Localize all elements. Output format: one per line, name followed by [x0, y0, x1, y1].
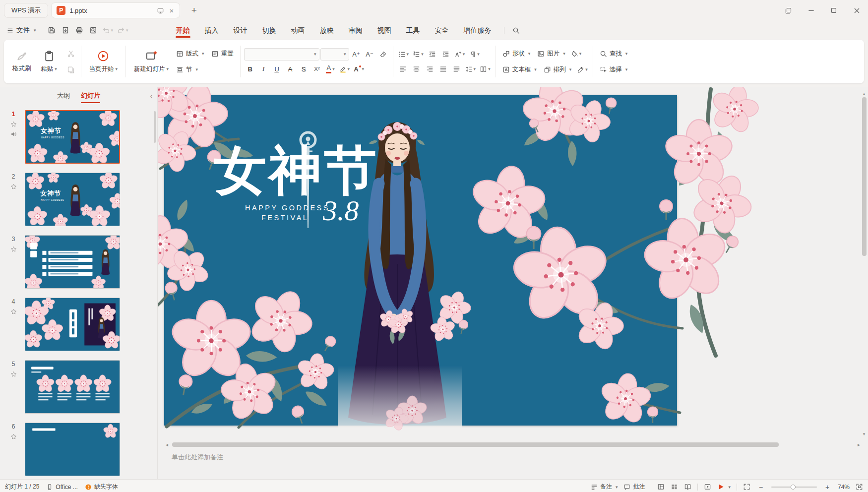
tab-outline[interactable]: 大纲: [57, 87, 70, 104]
view-normal-button[interactable]: [657, 483, 665, 491]
section-button[interactable]: 节▾: [173, 63, 201, 76]
bold-button[interactable]: B: [244, 63, 256, 75]
app-tab[interactable]: WPS 演示: [4, 3, 48, 18]
window-manage-button[interactable]: [777, 0, 800, 21]
new-slide-button[interactable]: 新建幻灯片▾: [129, 49, 173, 75]
sidebar-scrollbar[interactable]: [154, 111, 156, 143]
highlight-button[interactable]: ▾: [338, 63, 352, 75]
font-size-select[interactable]: ▾: [320, 48, 349, 61]
text-effects-button[interactable]: A▾: [352, 63, 366, 75]
redo-button[interactable]: ▾: [116, 24, 130, 37]
scroll-left-icon[interactable]: ◂: [166, 442, 168, 447]
tab-transitions[interactable]: 切换: [255, 21, 284, 40]
fit-slide-button[interactable]: [743, 483, 750, 491]
align-left-button[interactable]: [397, 63, 409, 75]
distribute-button[interactable]: [450, 63, 463, 75]
star-icon[interactable]: [10, 308, 17, 315]
tab-review[interactable]: 审阅: [341, 21, 370, 40]
export-pdf-button[interactable]: [59, 24, 72, 37]
tab-animations[interactable]: 动画: [284, 21, 312, 40]
fullscreen-button[interactable]: [856, 483, 863, 491]
zoom-in-button[interactable]: +: [823, 483, 832, 491]
star-icon[interactable]: [10, 433, 17, 440]
line-spacing-button[interactable]: ▾: [464, 63, 478, 75]
columns-button[interactable]: ▾: [478, 63, 492, 75]
copy-button[interactable]: [65, 63, 77, 76]
missing-fonts-warning[interactable]: 缺失字体: [85, 483, 118, 491]
tab-home[interactable]: 开始: [169, 21, 197, 40]
tab-slides[interactable]: 幻灯片: [81, 87, 100, 104]
slide-thumbnail-6[interactable]: 6: [0, 423, 157, 476]
save-button[interactable]: [45, 24, 58, 37]
file-menu-button[interactable]: 文件 ▾: [7, 26, 36, 35]
slideshow-play-button[interactable]: ▾: [717, 483, 731, 491]
paste-button[interactable]: 粘贴▾: [36, 49, 62, 75]
tab-slideshow[interactable]: 放映: [312, 21, 341, 40]
scroll-right-icon[interactable]: ▸: [858, 442, 860, 447]
text-shadow-button[interactable]: S: [298, 63, 310, 75]
underline-button[interactable]: U: [271, 63, 283, 75]
cut-button[interactable]: [65, 47, 77, 60]
print-preview-button[interactable]: [87, 24, 100, 37]
slide-thumbnail-5[interactable]: 5: [0, 360, 157, 414]
scroll-down-icon[interactable]: ▾: [863, 431, 866, 436]
textbox-button[interactable]: 文本框▾: [499, 63, 540, 76]
collapse-panel-icon[interactable]: ‹: [150, 87, 152, 104]
star-icon[interactable]: [10, 184, 17, 190]
close-document-icon[interactable]: ×: [168, 7, 175, 14]
paragraph-settings-button[interactable]: ▾: [467, 48, 481, 61]
align-right-button[interactable]: [424, 63, 436, 75]
shapes-button[interactable]: 形状▾: [499, 47, 534, 61]
horizontal-scrollbar[interactable]: ◂ ▸: [158, 440, 868, 448]
layout-button[interactable]: 版式▾: [173, 47, 207, 61]
slide-thumbnail-4[interactable]: 4: [0, 298, 157, 351]
increase-indent-button[interactable]: [439, 48, 452, 61]
picture-button[interactable]: 图片▾: [534, 47, 568, 61]
align-center-button[interactable]: [410, 63, 423, 75]
close-button[interactable]: [845, 0, 868, 21]
scroll-up-icon[interactable]: ▴: [863, 91, 866, 96]
new-tab-button[interactable]: +: [187, 3, 201, 17]
zoom-level[interactable]: 74%: [838, 484, 850, 491]
star-icon[interactable]: [10, 371, 17, 377]
notes-toggle[interactable]: 备注▾: [591, 483, 618, 491]
font-name-select[interactable]: ▾: [244, 48, 319, 61]
format-painter-button[interactable]: 格式刷: [8, 49, 36, 74]
maximize-button[interactable]: [822, 0, 845, 21]
vertical-scrollbar[interactable]: ▴ ▾: [861, 91, 867, 436]
strikethrough-button[interactable]: A: [284, 63, 297, 75]
find-button[interactable]: 查找▾: [597, 47, 631, 61]
star-icon[interactable]: [10, 121, 17, 127]
tab-security[interactable]: 安全: [428, 21, 456, 40]
undo-button[interactable]: ▾: [101, 24, 115, 37]
decrease-indent-button[interactable]: [426, 48, 438, 61]
office-assistant[interactable]: Office ...: [46, 484, 77, 491]
ribbon-search-button[interactable]: [509, 23, 523, 37]
reset-button[interactable]: 重置: [208, 47, 237, 61]
zoom-out-button[interactable]: −: [756, 483, 765, 491]
tab-view[interactable]: 视图: [370, 21, 399, 40]
justify-button[interactable]: [437, 63, 449, 75]
tab-insert[interactable]: 插入: [197, 21, 226, 40]
numbered-list-button[interactable]: ▾: [411, 48, 425, 61]
tab-tools[interactable]: 工具: [399, 21, 428, 40]
decrease-font-button[interactable]: A⁻: [364, 48, 376, 61]
minimize-button[interactable]: [800, 0, 822, 21]
shape-fill-button[interactable]: ▾: [569, 48, 583, 60]
present-to-device-icon[interactable]: [157, 7, 164, 14]
tab-design[interactable]: 设计: [226, 21, 255, 40]
view-reading-button[interactable]: [684, 483, 691, 491]
tab-services[interactable]: 增值服务: [456, 21, 499, 40]
shape-outline-button[interactable]: ▾: [575, 63, 589, 76]
superscript-button[interactable]: X²: [311, 63, 323, 75]
slide-canvas[interactable]: 女神节 HAPPY GODDESS FESTIVAL 3.8: [158, 87, 868, 440]
slideshow-settings-button[interactable]: [704, 483, 711, 491]
view-sorter-button[interactable]: [671, 483, 678, 491]
document-tab[interactable]: P 1.pptx ×: [51, 2, 180, 18]
play-from-current-button[interactable]: 当页开始▾: [85, 49, 123, 75]
slide-thumbnail-1[interactable]: 1: [0, 110, 157, 164]
bullet-list-button[interactable]: ▾: [397, 48, 411, 61]
notes-placeholder[interactable]: 单击此处添加备注: [158, 448, 868, 477]
zoom-slider[interactable]: [771, 484, 817, 491]
clear-format-button[interactable]: [377, 48, 389, 61]
